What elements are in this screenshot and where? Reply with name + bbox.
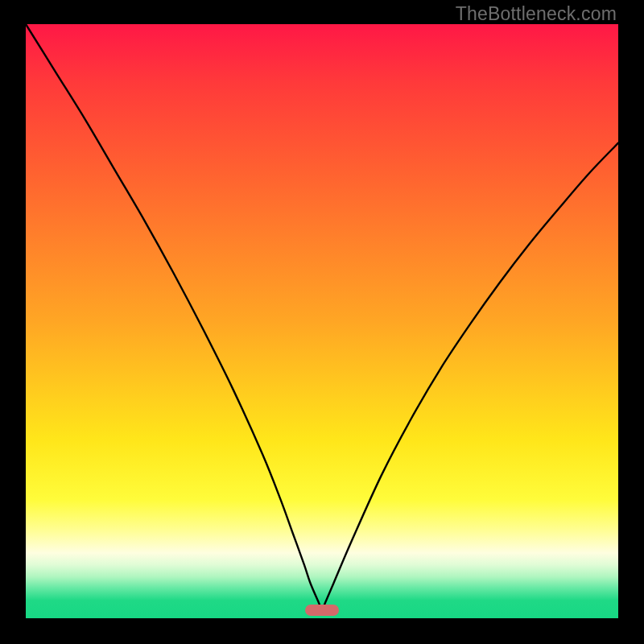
bottleneck-curve-path [26, 24, 618, 610]
chart-frame: TheBottleneck.com [0, 0, 644, 644]
watermark-text: TheBottleneck.com [456, 3, 617, 25]
sweet-spot-marker [305, 605, 339, 616]
plot-area [26, 24, 618, 618]
curve-svg [26, 24, 618, 618]
